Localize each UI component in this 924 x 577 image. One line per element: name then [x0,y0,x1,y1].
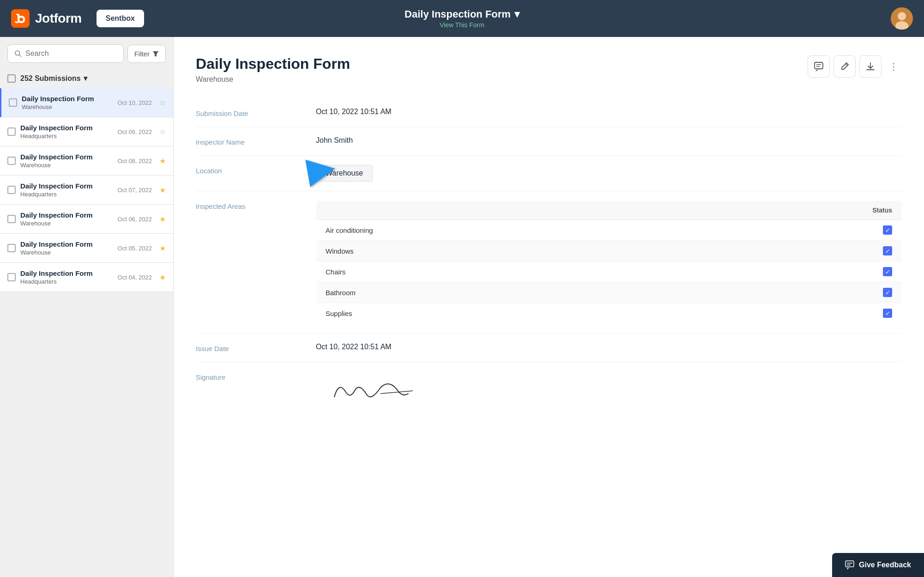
search-input[interactable] [25,49,117,58]
item-info: Daily Inspection Form Headquarters [20,182,113,198]
header: Jotform Sentbox Daily Inspection Form ▾ … [0,0,924,37]
download-button[interactable] [859,55,882,78]
filter-button[interactable]: Filter [127,45,166,63]
area-status-cell: ✓ [686,303,902,324]
list-item[interactable]: Daily Inspection Form Warehouse Oct 08, … [0,146,173,176]
field-row-inspector-name: Inspector Name John Smith [196,127,902,156]
list-item[interactable]: Daily Inspection Form Headquarters Oct 0… [0,176,173,205]
item-info: Daily Inspection Form Warehouse [22,95,113,110]
checked-checkbox: ✓ [883,288,892,297]
header-title-wrap: Daily Inspection Form ▾ [405,8,519,20]
detail-pane: Daily Inspection Form Warehouse [174,37,924,577]
star-icon[interactable]: ★ [159,273,166,282]
star-icon[interactable]: ☆ [159,128,166,136]
star-icon[interactable]: ★ [159,244,166,253]
table-row: Chairs ✓ [316,261,902,282]
svg-line-5 [19,55,21,56]
area-name-cell: Chairs [316,261,686,282]
signature-label: Signature [196,371,297,381]
item-title: Daily Inspection Form [22,95,113,103]
area-status-cell: ✓ [686,282,902,303]
header-form-title: Daily Inspection Form [405,8,511,20]
item-checkbox[interactable] [7,244,16,252]
location-label: Location [196,165,297,175]
item-location: Warehouse [20,249,113,256]
svg-marker-6 [153,51,158,56]
item-location: Headquarters [20,191,113,198]
search-input-wrap[interactable] [7,44,124,63]
item-title: Daily Inspection Form [20,211,113,219]
submissions-count[interactable]: 252 Submissions ▾ [20,74,87,83]
list-item[interactable]: Daily Inspection Form Headquarters Oct 0… [0,263,173,292]
star-icon[interactable]: ★ [159,186,166,194]
area-status-cell: ✓ [686,241,902,261]
item-info: Daily Inspection Form Warehouse [20,153,113,169]
svg-line-11 [380,391,413,394]
star-icon[interactable]: ☆ [159,98,166,107]
logo-text: Jotform [35,11,82,26]
item-date: Oct 04, 2022 [118,274,152,281]
edit-button[interactable] [833,55,856,78]
status-col-header: Status [686,201,902,220]
item-title: Daily Inspection Form [20,182,113,190]
item-date: Oct 09, 2022 [118,128,152,135]
submission-date-label: Submission Date [196,108,297,117]
table-row: Bathroom ✓ [316,282,902,303]
submissions-select-all-checkbox[interactable] [7,74,16,83]
header-chevron-icon[interactable]: ▾ [514,8,519,20]
item-checkbox[interactable] [7,128,16,136]
item-date: Oct 07, 2022 [118,187,152,194]
area-name-cell: Supplies [316,303,686,324]
areas-table: Status Air conditioning ✓ Windows [316,200,902,324]
sentbox-button[interactable]: Sentbox [97,10,144,27]
search-icon [14,49,22,58]
give-feedback-label: Give Feedback [859,561,911,569]
item-checkbox[interactable] [7,215,16,223]
item-checkbox[interactable] [9,98,17,107]
give-feedback-button[interactable]: Give Feedback [832,553,924,577]
avatar[interactable] [891,7,913,30]
table-row: Air conditioning ✓ [316,220,902,241]
comment-button[interactable] [808,55,830,78]
field-row-inspected-areas: Inspected Areas Status Air conditioning [196,191,902,334]
comment-icon [814,61,824,72]
checked-checkbox: ✓ [883,267,892,276]
item-date: Oct 08, 2022 [118,158,152,164]
item-info: Daily Inspection Form Warehouse [20,240,113,256]
list-item[interactable]: Daily Inspection Form Warehouse Oct 06, … [0,205,173,234]
main-layout: Filter 252 Submissions ▾ Daily Inspectio… [0,37,924,577]
avatar-image [891,7,913,30]
field-row-signature: Signature [196,362,902,419]
signature-value [316,371,902,410]
detail-subtitle: Warehouse [196,75,350,84]
view-form-link[interactable]: View This Form [405,21,519,29]
inspector-name-value: John Smith [316,136,902,145]
item-info: Daily Inspection Form Headquarters [20,124,113,140]
table-row: Windows ✓ [316,241,902,261]
area-status-cell: ✓ [686,261,902,282]
inspected-areas-table-wrap: Status Air conditioning ✓ Windows [316,200,902,324]
item-location: Warehouse [20,220,113,227]
issue-date-value: Oct 10, 2022 10:51 AM [316,343,902,351]
issue-date-label: Issue Date [196,343,297,352]
svg-rect-12 [845,561,854,567]
detail-title-group: Daily Inspection Form Warehouse [196,55,350,84]
area-name-cell: Bathroom [316,282,686,303]
item-date: Oct 06, 2022 [118,216,152,223]
item-checkbox[interactable] [7,186,16,194]
search-bar: Filter [7,44,166,63]
star-icon[interactable]: ★ [159,215,166,224]
field-row-issue-date: Issue Date Oct 10, 2022 10:51 AM [196,334,902,362]
area-name-cell: Air conditioning [316,220,686,241]
item-checkbox[interactable] [7,157,16,165]
inspected-areas-label: Inspected Areas [196,200,297,210]
filter-icon [152,50,159,57]
more-options-button[interactable]: ⋮ [885,55,902,78]
list-item[interactable]: Daily Inspection Form Warehouse Oct 10, … [0,88,173,117]
detail-title: Daily Inspection Form [196,55,350,73]
submissions-list: Daily Inspection Form Warehouse Oct 10, … [0,88,173,577]
star-icon[interactable]: ★ [159,157,166,165]
list-item[interactable]: Daily Inspection Form Warehouse Oct 05, … [0,234,173,263]
list-item[interactable]: Daily Inspection Form Headquarters Oct 0… [0,117,173,146]
item-checkbox[interactable] [7,273,16,281]
